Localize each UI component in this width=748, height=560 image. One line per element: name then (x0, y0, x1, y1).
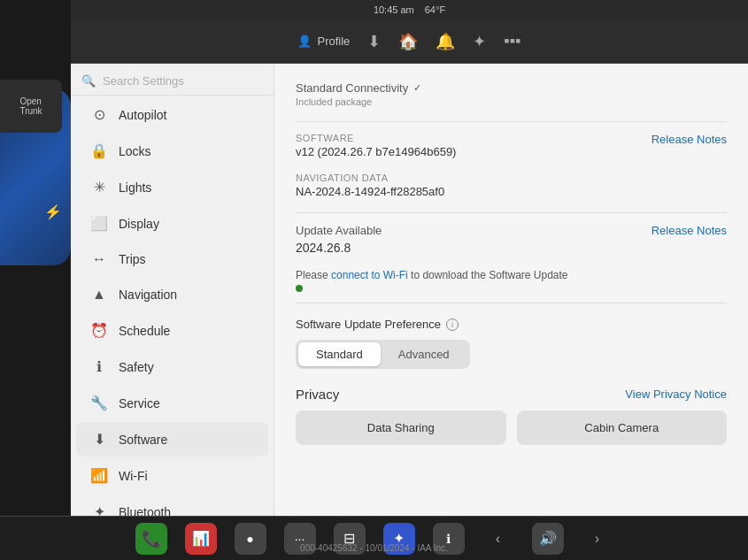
profile-button[interactable]: 👤 Profile (297, 35, 350, 48)
preference-standard-button[interactable]: Standard (298, 342, 381, 366)
bluetooth-top-icon[interactable]: ✦ (473, 32, 486, 51)
sidebar-label-lights: Lights (119, 180, 151, 195)
sidebar-label-trips: Trips (119, 252, 146, 266)
software-section-label: Software (296, 133, 456, 143)
sidebar-item-bluetooth[interactable]: ✦ Bluetooth (76, 495, 268, 516)
divider-3 (296, 303, 727, 303)
service-icon: 🔧 (90, 395, 108, 411)
sidebar-item-wifi[interactable]: 📶 Wi-Fi (76, 458, 268, 493)
release-notes-link-update[interactable]: Release Notes (652, 224, 727, 237)
connectivity-label-text: Standard Connectivity (296, 81, 408, 95)
sidebar: 🔍 Search Settings ⊙ Autopilot 🔒 Locks ✳ … (71, 64, 274, 516)
sidebar-item-safety[interactable]: ℹ Safety (76, 349, 268, 384)
sidebar-label-safety: Safety (119, 360, 154, 374)
preference-row: Software Update Preference i Standard Ad… (296, 318, 727, 369)
open-trunk-button[interactable]: OpenTrunk (0, 80, 62, 133)
safety-icon: ℹ (90, 358, 108, 375)
status-time: 10:45 am (374, 4, 414, 15)
nav-data-info: Navigation Data NA-2024.8-14924-ff28285a… (296, 173, 444, 198)
bottom-dock: 📞 📊 ● ··· ⊟ ✦ ℹ ‹ 🔊 › 000-40425632 - 10/… (0, 516, 748, 560)
update-version-value: 2024.26.8 (296, 241, 382, 255)
display-icon: ⬜ (90, 215, 108, 232)
profile-icon: 👤 (297, 35, 312, 48)
privacy-buttons-row: Data Sharing Cabin Camera (296, 410, 727, 445)
software-section-row: Software v12 (2024.26.7 b7e14964b659) Re… (296, 133, 727, 158)
sidebar-label-bluetooth: Bluetooth (119, 505, 171, 517)
status-temp: 64°F (425, 4, 445, 15)
preference-label-text: Software Update Preference (296, 318, 441, 331)
lightning-icon: ⚡ (44, 203, 62, 220)
open-trunk-label: OpenTrunk (19, 96, 42, 116)
nav-data-label: Navigation Data (296, 173, 444, 183)
sidebar-label-wifi: Wi-Fi (119, 469, 148, 483)
sidebar-item-trips[interactable]: ↔ Trips (76, 242, 268, 276)
status-bar: 10:45 am 64°F (71, 0, 748, 19)
privacy-row: Privacy View Privacy Notice (296, 387, 727, 402)
included-package-label: Included package (296, 96, 727, 107)
software-icon: ⬇ (90, 431, 108, 448)
privacy-label: Privacy (296, 387, 339, 402)
sidebar-item-autopilot[interactable]: ⊙ Autopilot (76, 97, 268, 132)
nav-data-value: NA-2024.8-14924-ff28285af0 (296, 185, 444, 198)
sidebar-item-display[interactable]: ⬜ Display (76, 206, 268, 241)
view-privacy-notice-link[interactable]: View Privacy Notice (625, 387, 727, 401)
connectivity-check-icon: ✓ (413, 82, 421, 94)
home-icon[interactable]: 🏠 (398, 32, 418, 51)
divider-2 (296, 212, 727, 213)
bluetooth-sidebar-icon: ✦ (90, 503, 108, 516)
wifi-notice-suffix: to download the Software Update (408, 269, 568, 281)
right-panel: Standard Connectivity ✓ Included package… (274, 64, 748, 516)
sidebar-item-service[interactable]: 🔧 Service (76, 386, 268, 420)
update-available-row: Update Available 2024.26.8 Release Notes (296, 224, 727, 255)
update-available-info: Update Available 2024.26.8 (296, 224, 382, 255)
sidebar-item-navigation[interactable]: ▲ Navigation (76, 278, 268, 311)
schedule-icon: ⏰ (90, 322, 108, 339)
preference-info-icon[interactable]: i (446, 318, 459, 331)
dock-info-text: 000-40425632 - 10/01/2024 - IAA Inc. (0, 543, 748, 553)
sidebar-label-locks: Locks (119, 144, 151, 158)
software-info: Software v12 (2024.26.7 b7e14964b659) (296, 133, 456, 158)
sidebar-item-locks[interactable]: 🔒 Locks (76, 134, 268, 168)
download-icon[interactable]: ⬇ (367, 32, 381, 51)
sidebar-label-navigation: Navigation (119, 288, 177, 302)
wifi-notice: Please connect to Wi-Fi to download the … (296, 269, 727, 281)
green-status-dot (296, 285, 303, 292)
top-icon-bar: 👤 Profile ⬇ 🏠 🔔 ✦ ▪▪▪ (71, 19, 748, 64)
sidebar-label-display: Display (119, 217, 159, 231)
sidebar-label-service: Service (119, 396, 160, 410)
preference-advanced-button[interactable]: Advanced (381, 342, 467, 366)
wifi-notice-prefix: Please (296, 269, 331, 281)
divider-1 (296, 121, 727, 122)
bell-icon[interactable]: 🔔 (436, 32, 455, 51)
connectivity-row: Standard Connectivity ✓ (296, 81, 727, 95)
signal-icon[interactable]: ▪▪▪ (504, 32, 521, 50)
wifi-connect-link[interactable]: connect to Wi-Fi (331, 269, 408, 281)
search-bar[interactable]: 🔍 Search Settings (71, 64, 274, 96)
navigation-icon: ▲ (90, 287, 108, 303)
preference-toggle-group: Standard Advanced (296, 340, 470, 369)
sidebar-item-schedule[interactable]: ⏰ Schedule (76, 313, 268, 348)
nav-data-section-row: Navigation Data NA-2024.8-14924-ff28285a… (296, 173, 727, 198)
data-sharing-button[interactable]: Data Sharing (296, 410, 506, 445)
lights-icon: ✳ (90, 179, 108, 196)
release-notes-link-software[interactable]: Release Notes (652, 133, 727, 146)
cabin-camera-button[interactable]: Cabin Camera (517, 410, 728, 445)
trips-icon: ↔ (90, 251, 108, 267)
profile-label: Profile (317, 35, 350, 48)
update-available-label: Update Available (296, 224, 382, 237)
search-icon: 🔍 (81, 74, 96, 88)
locks-icon: 🔒 (90, 142, 108, 159)
software-version-value: v12 (2024.26.7 b7e14964b659) (296, 145, 456, 158)
wifi-icon: 📶 (90, 467, 108, 484)
sidebar-label-software: Software (119, 433, 167, 447)
search-placeholder: Search Settings (103, 74, 184, 88)
autopilot-icon: ⊙ (90, 106, 108, 123)
sidebar-label-schedule: Schedule (119, 324, 170, 338)
sidebar-item-lights[interactable]: ✳ Lights (76, 170, 268, 204)
sidebar-item-software[interactable]: ⬇ Software (76, 422, 268, 456)
preference-label-row: Software Update Preference i (296, 318, 727, 331)
sidebar-label-autopilot: Autopilot (119, 108, 166, 122)
main-content: 🔍 Search Settings ⊙ Autopilot 🔒 Locks ✳ … (71, 64, 748, 516)
